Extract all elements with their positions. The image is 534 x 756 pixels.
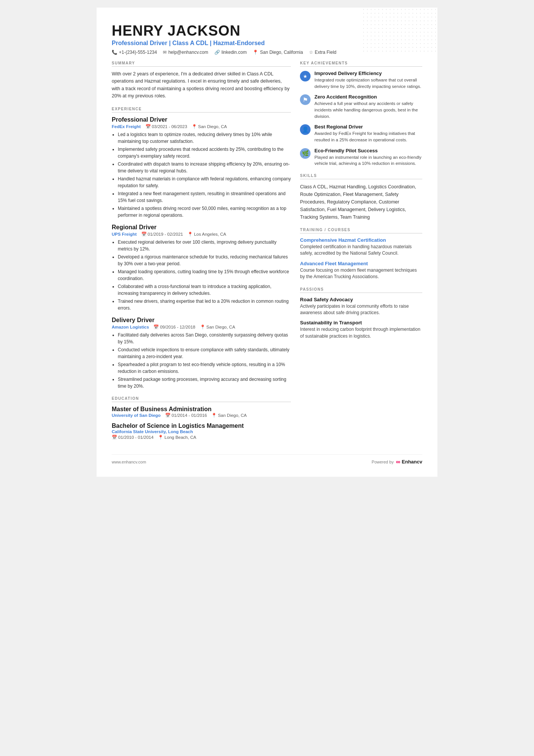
achievement-icon-1: ★: [300, 71, 311, 81]
achievement-content-2: Zero Accident Recognition Achieved a ful…: [314, 94, 422, 119]
passion-item-1: Road Safety Advocacy Actively participat…: [300, 297, 422, 316]
page-footer: www.enhancv.com Powered by ∞ Enhancv: [112, 454, 422, 465]
left-column: SUMMARY With over 2 years of experience,…: [112, 61, 291, 447]
brand-name: Enhancv: [402, 459, 422, 465]
phone-icon: 📞: [112, 50, 117, 55]
job-company-3: Amazon Logistics: [112, 325, 149, 329]
passion-text-2: Interest in reducing carbon footprint th…: [300, 326, 422, 340]
passion-item-2: Sustainability in Transport Interest in …: [300, 320, 422, 340]
edu-item-2: Bachelor of Science in Logistics Managem…: [112, 423, 291, 440]
enhancv-icon: ∞: [396, 459, 400, 465]
achievement-title-1: Improved Delivery Efficiency: [314, 70, 422, 76]
achievement-title-4: Eco-Friendly Pilot Success: [314, 148, 422, 153]
skills-section: SKILLS Class A CDL, Hazmat Handling, Log…: [300, 174, 422, 221]
bullet-2-1: Executed regional deliveries for over 10…: [118, 239, 291, 252]
bullet-1-5: Integrated a new fleet management system…: [118, 190, 291, 204]
job-location-3: 📍 San Diego, CA: [200, 324, 235, 330]
achievement-text-2: Achieved a full year without any acciden…: [314, 100, 422, 119]
bullet-1-4: Handled hazmat materials in compliance w…: [118, 175, 291, 189]
achievement-text-4: Played an instrumental role in launching…: [314, 154, 422, 167]
achievement-1: ★ Improved Delivery Efficiency Integrate…: [300, 70, 422, 89]
bullet-3-2: Conducted vehicle inspections to ensure …: [118, 346, 291, 360]
passions-section: PASSIONS Road Safety Advocacy Actively p…: [300, 287, 422, 340]
achievement-icon-4: 🌿: [300, 148, 311, 159]
main-content: SUMMARY With over 2 years of experience,…: [112, 61, 422, 447]
contact-location: 📍 San Diego, California: [253, 50, 303, 55]
cal-icon-edu1: 📅: [165, 413, 170, 418]
pin-icon-edu1: 📍: [211, 413, 217, 418]
job-meta-1: FedEx Freight 📅 03/2021 - 06/2023 📍 San …: [112, 124, 291, 129]
bullet-3-4: Streamlined package sorting processes, i…: [118, 376, 291, 390]
achievements-title: KEY ACHIEVEMENTS: [300, 61, 422, 67]
bullet-2-4: Collaborated with a cross-functional tea…: [118, 283, 291, 297]
achievements-section: KEY ACHIEVEMENTS ★ Improved Delivery Eff…: [300, 61, 422, 167]
location-icon: 📍: [253, 50, 258, 55]
contact-linkedin: 🔗 linkedin.com: [214, 50, 247, 55]
bullet-2-5: Trained new drivers, sharing expertise t…: [118, 298, 291, 311]
enhancv-logo: ∞ Enhancv: [396, 459, 422, 465]
achievement-title-2: Zero Accident Recognition: [314, 94, 422, 100]
training-course-2: Advanced Fleet Management: [300, 261, 422, 266]
applicant-title: Professional Driver | Class A CDL | Hazm…: [112, 40, 422, 47]
job-company-2: UPS Freight: [112, 232, 137, 236]
contact-extra: ☆ Extra Field: [309, 50, 336, 55]
contact-email: ✉ help@enhancv.com: [163, 50, 208, 55]
edu-meta-2b: 📅 01/2010 - 01/2014 📍 Long Beach, CA: [112, 435, 291, 440]
job-location-2: 📍 Los Angeles, CA: [187, 232, 226, 237]
experience-section: EXPERIENCE Professional Driver FedEx Fre…: [112, 107, 291, 390]
skills-text: Class A CDL, Hazmat Handling, Logistics …: [300, 183, 422, 221]
achievement-title-3: Best Regional Driver: [314, 124, 422, 130]
achievement-content-1: Improved Delivery Efficiency Integrated …: [314, 70, 422, 89]
resume-page: HENRY JACKSON Professional Driver | Clas…: [97, 8, 437, 477]
job-title-3: Delivery Driver: [112, 317, 291, 324]
location-value: San Diego, California: [260, 50, 303, 55]
job-date-2: 📅 01/2019 - 02/2021: [141, 232, 183, 237]
header-section: HENRY JACKSON Professional Driver | Clas…: [112, 23, 422, 55]
summary-text: With over 2 years of experience, I'm a d…: [112, 70, 291, 100]
job-bullets-2: Executed regional deliveries for over 10…: [112, 239, 291, 311]
calendar-icon-1: 📅: [145, 124, 151, 129]
footer-url: www.enhancv.com: [112, 460, 146, 464]
edu-location-2: 📍 Long Beach, CA: [158, 435, 196, 440]
calendar-icon-2: 📅: [141, 232, 147, 237]
bullet-2-3: Managed loading operations, cutting load…: [118, 268, 291, 282]
bullet-1-3: Coordinated with dispatch teams to incre…: [118, 161, 291, 174]
experience-title: EXPERIENCE: [112, 107, 291, 113]
training-desc-2: Course focusing on modern fleet manageme…: [300, 267, 422, 280]
edu-meta-2: California State University, Long Beach: [112, 429, 291, 434]
job-item-1: Professional Driver FedEx Freight 📅 03/2…: [112, 116, 291, 219]
achievement-3: 👤 Best Regional Driver Awarded by FedEx …: [300, 124, 422, 143]
calendar-icon-3: 📅: [153, 324, 159, 330]
pin-icon-3: 📍: [200, 324, 205, 330]
achievement-icon-3: 👤: [300, 124, 311, 135]
applicant-name: HENRY JACKSON: [112, 23, 422, 39]
extra-value: Extra Field: [315, 50, 336, 55]
achievement-text-3: Awarded by FedEx Freight for leading ini…: [314, 130, 422, 143]
star-icon-extra: ☆: [309, 50, 313, 55]
job-meta-2: UPS Freight 📅 01/2019 - 02/2021 📍 Los An…: [112, 232, 291, 237]
linkedin-value: linkedin.com: [222, 50, 247, 55]
footer-powered: Powered by ∞ Enhancv: [372, 459, 422, 465]
edu-date-2: 📅 01/2010 - 01/2014: [112, 435, 153, 440]
job-item-2: Regional Driver UPS Freight 📅 01/2019 - …: [112, 224, 291, 311]
job-title-1: Professional Driver: [112, 116, 291, 123]
achievement-text-1: Integrated route optimization software t…: [314, 77, 422, 89]
job-title-2: Regional Driver: [112, 224, 291, 231]
phone-value: +1-(234)-555-1234: [119, 50, 157, 55]
skills-title: SKILLS: [300, 174, 422, 179]
training-desc-1: Completed certification in handling haza…: [300, 244, 422, 257]
training-course-1: Comprehensive Hazmat Certification: [300, 237, 422, 243]
edu-school-2: California State University, Long Beach: [112, 429, 193, 434]
passions-title: PASSIONS: [300, 287, 422, 293]
achievement-4: 🌿 Eco-Friendly Pilot Success Played an i…: [300, 148, 422, 167]
pin-icon-1: 📍: [192, 124, 197, 129]
right-column: KEY ACHIEVEMENTS ★ Improved Delivery Eff…: [300, 61, 422, 447]
job-bullets-1: Led a logistics team to optimize routes,…: [112, 131, 291, 219]
email-value: help@enhancv.com: [168, 50, 208, 55]
edu-school-1: University of San Diego: [112, 413, 161, 418]
passion-text-1: Actively participates in local community…: [300, 303, 422, 316]
bullet-3-1: Facilitated daily deliveries across San …: [118, 332, 291, 345]
achievement-content-3: Best Regional Driver Awarded by FedEx Fr…: [314, 124, 422, 143]
edu-meta-1: University of San Diego 📅 01/2014 - 01/2…: [112, 413, 291, 418]
bullet-1-2: Implemented safety procedures that reduc…: [118, 146, 291, 160]
